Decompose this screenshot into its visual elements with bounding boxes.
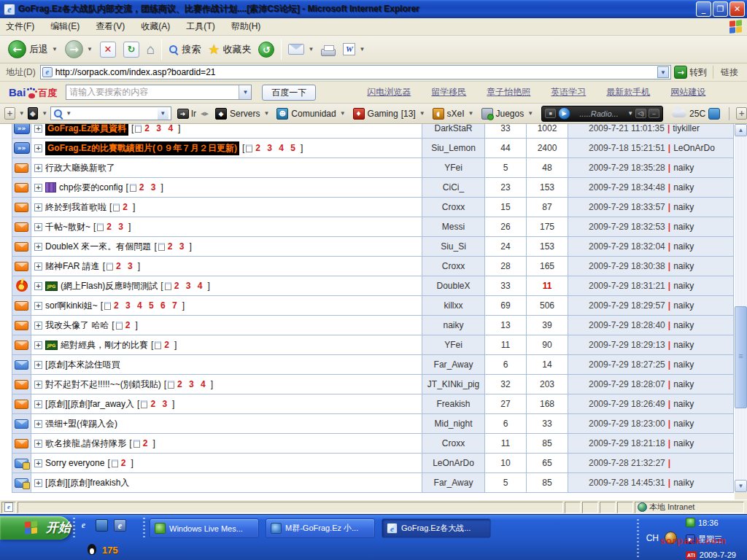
expand-topic-button[interactable]: + (34, 322, 42, 330)
stop-button[interactable]: ✕ (96, 38, 120, 61)
last-post-author-link[interactable]: naiky (673, 359, 694, 370)
topic-title-link[interactable]: [原創][原創]far_away入 (45, 398, 134, 411)
baidu-promo-link[interactable]: 闪电浏览器 (367, 86, 411, 98)
juegos-menu[interactable]: Juegos▼ (479, 108, 536, 120)
baidu-promo-link[interactable]: 章子怡艳照 (487, 86, 530, 98)
gamebar-splitter[interactable]: ◂▸ (201, 109, 209, 118)
history-button[interactable]: ↺ (255, 38, 278, 61)
radio-volume-button[interactable]: ◁) (635, 109, 646, 118)
topic-page-links[interactable]: [2 3] (103, 261, 140, 271)
expand-topic-button[interactable]: + (34, 420, 42, 428)
weather-widget[interactable]: 25C (672, 109, 705, 119)
favorites-button[interactable]: ★ 收藏夹 (204, 38, 255, 61)
topic-author-link[interactable]: YFei (444, 163, 462, 173)
address-dropdown-icon[interactable]: ▼ (657, 66, 669, 78)
topic-author-link[interactable]: JT_KINki_pig (427, 379, 479, 389)
baidu-search-dropdown-icon[interactable]: ▼ (239, 85, 251, 99)
baidu-search-input[interactable]: 请输入要搜索的内容 ▼ (66, 85, 252, 100)
links-menu[interactable]: 链接 (713, 66, 738, 79)
topic-author-link[interactable]: DoubleX (436, 281, 470, 291)
topic-page-links[interactable]: [2 3 4 5 6 7] (101, 300, 185, 311)
menu-item[interactable]: 收藏(A) (141, 20, 170, 33)
topic-author-link[interactable]: killxx (444, 300, 463, 311)
topic-author-link[interactable]: Far_Away (434, 359, 473, 370)
topic-title-link[interactable]: sor啊kinki姐~ (45, 300, 98, 312)
topic-author-link[interactable]: Messi (442, 222, 465, 232)
menu-item[interactable]: 编辑(E) (50, 20, 80, 33)
scroll-down-button[interactable]: ▼ (735, 480, 747, 492)
topic-title-link[interactable]: 我改头像了 哈哈 (45, 319, 109, 332)
gaming-menu[interactable]: ♦ Gaming [13]▼ (351, 108, 427, 120)
expand-topic-button[interactable]: + (34, 341, 42, 349)
servers-menu[interactable]: ◆ Servers▼ (213, 108, 271, 120)
task-button[interactable]: M群-GoFrag.Ez 小... (266, 518, 375, 538)
topic-page-links[interactable]: [2 3 4 5] (242, 143, 303, 153)
topic-title-link[interactable]: 强细+盟(俾踢入会) (45, 418, 117, 430)
search-button[interactable]: 搜索 (165, 38, 204, 61)
topic-page-links[interactable]: [2] (129, 438, 155, 448)
scroll-up-button[interactable]: ▲ (735, 124, 747, 136)
comunidad-menu[interactable]: ☻ Comunidad▼ (274, 108, 347, 120)
gamebar-search-input[interactable]: ▼ ▼ (50, 106, 171, 120)
gamebar-search-mode-icon[interactable]: ▼ (66, 110, 71, 117)
expand-topic-button[interactable]: + (34, 479, 42, 487)
expand-topic-button[interactable]: + (34, 440, 42, 448)
menu-item[interactable]: 文件(F) (6, 20, 34, 33)
expand-topic-button[interactable]: + (34, 144, 42, 152)
topic-title-link[interactable]: DoubleX 來一來。有個問題 (45, 241, 151, 253)
maximize-button[interactable]: ❐ (713, 1, 728, 17)
topic-title-link[interactable]: (網上Flash)反應時間測試 (61, 280, 158, 292)
topic-title-link[interactable]: 對不起對不起!!!!!~~(別鎖我貼) (45, 378, 161, 391)
last-post-author-link[interactable]: naiky (673, 261, 694, 271)
go-button[interactable]: → 转到 (674, 66, 707, 79)
last-post-author-link[interactable]: naiky (673, 379, 694, 389)
last-post-author-link[interactable]: naiky (673, 478, 694, 488)
ir-go-button[interactable]: ➜ Ir (177, 109, 196, 119)
topic-page-links[interactable]: [2 3] (125, 182, 163, 192)
topic-author-link[interactable]: LeOnArDo (433, 458, 474, 468)
back-button[interactable]: ← 后退 ▼ (4, 38, 61, 61)
sxei-menu[interactable]: ◖ sXeI▼ (430, 108, 476, 120)
expand-topic-button[interactable]: + (34, 223, 42, 231)
chat-icon[interactable] (708, 108, 719, 120)
home-button[interactable]: ⌂ (143, 38, 158, 61)
topic-author-link[interactable]: naiky (443, 320, 463, 330)
gamebar-add2-button[interactable]: + (736, 107, 747, 120)
expand-topic-button[interactable]: + (34, 164, 42, 172)
topic-title-link[interactable]: Sorry everyone (45, 458, 104, 468)
expand-topic-button[interactable]: + (34, 459, 42, 467)
topic-author-link[interactable]: Croxx (442, 202, 465, 212)
topic-title-link[interactable]: 歌名接龍,請保持隊形 (45, 438, 126, 450)
topic-author-link[interactable]: Siu_Si (441, 241, 466, 252)
topic-title-link[interactable]: 終於到我首歌啦 (45, 201, 107, 214)
gamebar-search-dropdown-icon[interactable]: ▼ (158, 107, 169, 120)
start-button[interactable]: 开始 (0, 516, 71, 540)
topic-author-link[interactable]: DarkStaR (434, 124, 472, 133)
task-button[interactable]: Windows Live Mes... (150, 518, 259, 538)
topic-author-link[interactable]: CiCi_ (443, 182, 464, 192)
topic-author-link[interactable]: Croxx (442, 261, 465, 271)
expand-topic-button[interactable]: + (34, 262, 42, 271)
menu-item[interactable]: 工具(T) (186, 20, 214, 33)
last-post-author-link[interactable]: tiykiller (673, 124, 700, 133)
baidu-promo-link[interactable]: 英语学习 (551, 86, 586, 98)
expand-topic-button[interactable]: + (34, 381, 42, 389)
radio-dropdown-icon[interactable]: ▼ (627, 110, 633, 117)
mail-dropdown-icon[interactable]: ▼ (308, 46, 314, 52)
topic-title-link[interactable]: chp你要的config (59, 182, 123, 194)
last-post-author-link[interactable]: naiky (673, 281, 694, 291)
scrollbar-thumb[interactable] (735, 306, 747, 408)
quicklaunch-ie-icon[interactable]: e (77, 519, 90, 532)
task-button[interactable]: eGoFrag.Ez各大战... (382, 518, 491, 538)
last-post-author-link[interactable]: naiky (673, 438, 694, 448)
mail-button[interactable]: ▼ (285, 38, 317, 61)
topic-author-link[interactable]: Far_Away (434, 478, 473, 488)
topic-author-link[interactable]: Mid_night (434, 419, 472, 429)
topic-title-link[interactable]: [原創]本來諗住唔買 (45, 359, 120, 371)
steam-dropdown-icon[interactable]: ▼ (42, 110, 47, 117)
topic-page-links[interactable]: [2 3 4] (160, 281, 209, 291)
topic-page-links[interactable]: [2 3 4] (164, 379, 213, 389)
topic-author-link[interactable]: Siu_Lemon (431, 143, 476, 153)
messenger-status-icon[interactable] (686, 518, 695, 527)
radio-stop-button[interactable]: ■ (545, 109, 556, 118)
